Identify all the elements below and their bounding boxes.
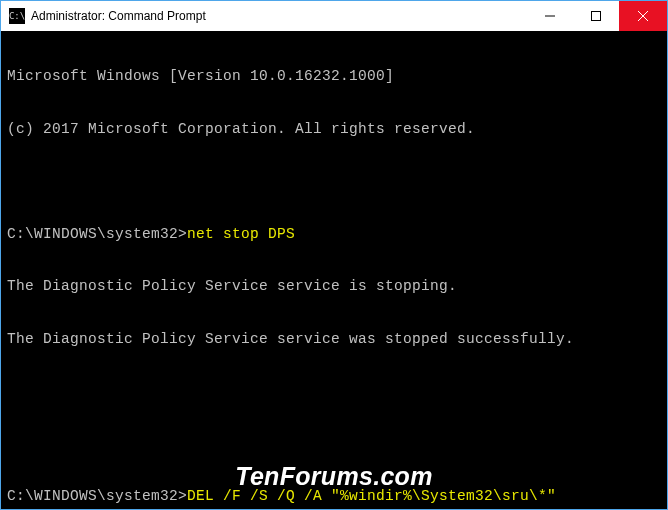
watermark-text: TenForums.com (1, 468, 667, 486)
output-line: The Diagnostic Policy Service service wa… (7, 331, 661, 349)
version-line: Microsoft Windows [Version 10.0.16232.10… (7, 68, 661, 86)
command-line-2: C:\WINDOWS\system32>DEL /F /S /Q /A "%wi… (7, 488, 661, 506)
close-button[interactable] (619, 1, 667, 31)
blank-line (7, 436, 661, 454)
blank-line (7, 383, 661, 401)
command-line-1: C:\WINDOWS\system32>net stop DPS (7, 226, 661, 244)
window-controls (527, 1, 667, 31)
titlebar[interactable]: C:\ Administrator: Command Prompt (1, 1, 667, 31)
terminal-area[interactable]: Microsoft Windows [Version 10.0.16232.10… (1, 31, 667, 509)
command-text: DEL /F /S /Q /A "%windir%\System32\sru\*… (187, 488, 556, 504)
prompt: C:\WINDOWS\system32> (7, 488, 187, 504)
maximize-icon (591, 11, 601, 21)
maximize-button[interactable] (573, 1, 619, 31)
blank-line (7, 173, 661, 191)
command-prompt-window: C:\ Administrator: Command Prompt Micros… (0, 0, 668, 510)
app-icon-glyph: C:\ (9, 12, 25, 21)
minimize-icon (545, 11, 555, 21)
window-title: Administrator: Command Prompt (31, 9, 527, 23)
minimize-button[interactable] (527, 1, 573, 31)
app-icon: C:\ (9, 8, 25, 24)
output-line: The Diagnostic Policy Service service is… (7, 278, 661, 296)
prompt: C:\WINDOWS\system32> (7, 226, 187, 242)
close-icon (638, 11, 648, 21)
svg-rect-1 (592, 12, 601, 21)
copyright-line: (c) 2017 Microsoft Corporation. All righ… (7, 121, 661, 139)
command-text: net stop DPS (187, 226, 295, 242)
